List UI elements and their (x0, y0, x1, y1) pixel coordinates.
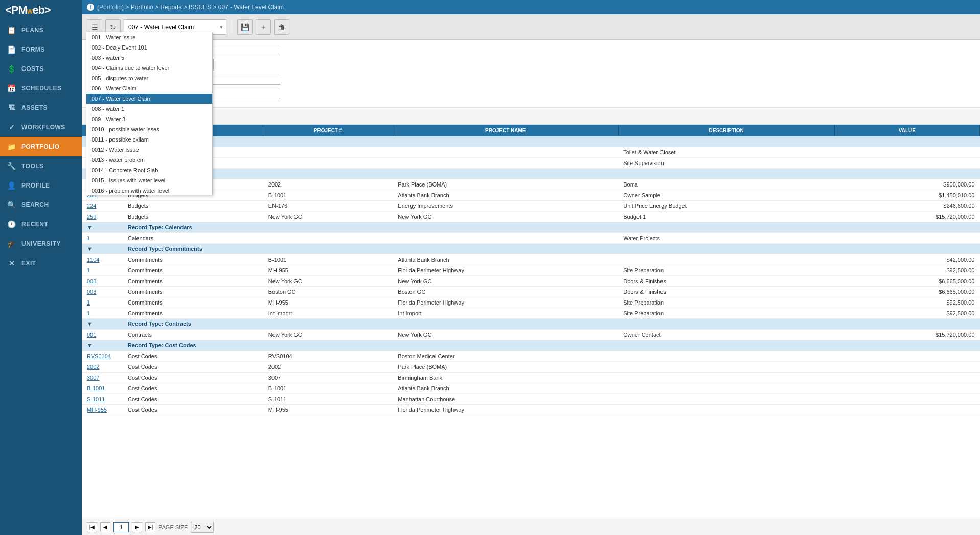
dropdown-item[interactable]: 002 - Dealy Event 101 (86, 42, 212, 53)
sidebar-item-forms[interactable]: 📄FORMS (0, 40, 82, 59)
dropdown-item[interactable]: 0013 - water problem (86, 155, 212, 165)
sidebar-label-university: UNIVERSITY (21, 240, 61, 247)
sidebar-item-profile[interactable]: 👤PROFILE (0, 176, 82, 195)
sidebar-item-workflows[interactable]: ✓WORKFLOWS (0, 118, 82, 137)
sidebar-item-recent[interactable]: 🕐RECENT (0, 215, 82, 234)
row-value: $1,450,010.00 (834, 190, 979, 201)
section-header-label: Record Type: Commitments (123, 244, 980, 254)
save-button[interactable]: 💾 (237, 19, 253, 35)
row-id[interactable]: 2002 (82, 362, 123, 373)
section-collapse[interactable]: ▼ (82, 222, 123, 233)
prev-page-button[interactable]: ◀ (100, 522, 110, 532)
row-id[interactable]: 3007 (82, 373, 123, 383)
row-description (618, 362, 834, 373)
dropdown-item[interactable]: 009 - Water 3 (86, 114, 212, 124)
row-value: $15,720,000.00 (834, 212, 979, 222)
row-description: Site Preparation (618, 265, 834, 276)
portfolio-icon: 📁 (7, 142, 16, 151)
row-value: $6,665,000.00 (834, 276, 979, 287)
first-page-button[interactable]: |◀ (87, 522, 97, 532)
row-id[interactable]: 003 (82, 287, 123, 297)
row-project-num: Int Import (263, 308, 393, 319)
section-header-row: ▼Record Type: Commitments (82, 244, 980, 254)
dropdown-item[interactable]: 003 - water 5 (86, 53, 212, 63)
sidebar-item-tools[interactable]: 🔧TOOLS (0, 156, 82, 176)
dropdown-item[interactable]: 0012 - Water Issue (86, 145, 212, 155)
exit-icon: ✕ (7, 259, 16, 268)
row-value (834, 362, 979, 373)
info-icon[interactable]: i (87, 4, 94, 11)
sidebar-item-portfolio[interactable]: 📁PORTFOLIO (0, 137, 82, 156)
sidebar-item-exit[interactable]: ✕EXIT (0, 253, 82, 273)
sidebar-label-search: SEARCH (21, 201, 49, 208)
section-collapse[interactable]: ▼ (82, 244, 123, 254)
dropdown-item[interactable]: 0010 - possible water isses (86, 124, 212, 134)
row-project-name (393, 233, 618, 244)
row-id[interactable]: 1 (82, 233, 123, 244)
dropdown-item[interactable]: 005 - disputes to water (86, 73, 212, 83)
breadcrumb-separator: > Portfolio > Reports > ISSUES > (125, 4, 218, 11)
row-id[interactable]: 001 (82, 330, 123, 340)
dropdown-item[interactable]: 0014 - Concrete Roof Slab (86, 165, 212, 175)
row-project-name: New York GC (393, 330, 618, 340)
next-page-button[interactable]: ▶ (132, 522, 142, 532)
row-project-name: Int Import (393, 308, 618, 319)
row-description (618, 373, 834, 383)
row-description (618, 394, 834, 405)
row-record-type: Budgets (123, 212, 263, 222)
row-id[interactable]: 003 (82, 276, 123, 287)
add-button[interactable]: ＋ (256, 19, 271, 35)
row-id[interactable]: 1 (82, 308, 123, 319)
row-id[interactable]: RVS0104 (82, 351, 123, 362)
table-header-row: RECORD TYPE PROJECT # PROJECT NAME DESCR… (82, 125, 980, 136)
row-value: $900,000.00 (834, 179, 979, 190)
last-page-button[interactable]: ▶| (145, 522, 155, 532)
row-record-type: Cost Codes (123, 394, 263, 405)
row-description: Toilet & Water Closet (618, 147, 834, 158)
table-container[interactable]: RECORD TYPE PROJECT # PROJECT NAME DESCR… (82, 125, 980, 519)
row-id[interactable]: 224 (82, 201, 123, 212)
sidebar-item-university[interactable]: 🎓UNIVERSITY (0, 234, 82, 253)
row-id[interactable]: B-1001 (82, 383, 123, 394)
row-project-name (393, 147, 618, 158)
row-record-type: Commitments (123, 276, 263, 287)
row-project-num: New York GC (263, 330, 393, 340)
row-id[interactable]: 1 (82, 297, 123, 308)
row-project-num: MH-955 (263, 265, 393, 276)
row-project-num (263, 158, 393, 169)
dropdown-item[interactable]: 0016 - problem with water level (86, 185, 212, 195)
row-value (834, 383, 979, 394)
dropdown-item[interactable]: 008 - water 1 (86, 104, 212, 114)
sidebar-item-search[interactable]: 🔍SEARCH (0, 195, 82, 215)
row-id[interactable]: MH-955 (82, 405, 123, 415)
section-header-row: ▼Record Type: Budgets (82, 169, 980, 179)
dropdown-item[interactable]: 0011 - possibke ckliam (86, 134, 212, 145)
page-size-select[interactable]: 20 50 100 (191, 522, 214, 533)
dropdown-item[interactable]: 0015 - Issues with water level (86, 175, 212, 185)
section-collapse[interactable]: ▼ (82, 340, 123, 351)
breadcrumb-portfolio[interactable]: (Portfolio) (97, 4, 124, 11)
dropdown-item[interactable]: 001 - Water Issue (86, 32, 212, 42)
row-id[interactable]: 1 (82, 265, 123, 276)
dropdown-item[interactable]: 007 - Water Level Claim (86, 94, 212, 104)
row-id[interactable]: 259 (82, 212, 123, 222)
sidebar-item-costs[interactable]: 💲COSTS (0, 59, 82, 79)
breadcrumb: (Portfolio) > Portfolio > Reports > ISSU… (97, 4, 284, 11)
sidebar-label-portfolio: PORTFOLIO (21, 143, 60, 150)
delete-button[interactable]: 🗑 (274, 19, 289, 35)
nav-items: 📋PLANS📄FORMS💲COSTS📅SCHEDULES🏗ASSETS✓WORK… (0, 20, 82, 273)
dropdown-item[interactable]: 004 - Claims due to water lever (86, 63, 212, 73)
row-id[interactable]: 1104 (82, 254, 123, 265)
sidebar-item-plans[interactable]: 📋PLANS (0, 20, 82, 40)
dropdown-item[interactable]: 006 - Water Claim (86, 83, 212, 94)
row-id[interactable]: S-1011 (82, 394, 123, 405)
current-page-input[interactable] (113, 522, 129, 532)
section-collapse[interactable]: ▼ (82, 319, 123, 330)
search-icon: 🔍 (7, 200, 16, 210)
row-record-type: Cost Codes (123, 373, 263, 383)
code-row: Code* (92, 45, 970, 56)
sidebar-item-assets[interactable]: 🏗ASSETS (0, 98, 82, 118)
sidebar-item-schedules[interactable]: 📅SCHEDULES (0, 79, 82, 98)
recent-icon: 🕐 (7, 220, 16, 229)
table-row: 003 Commitments New York GC New York GC … (82, 276, 980, 287)
